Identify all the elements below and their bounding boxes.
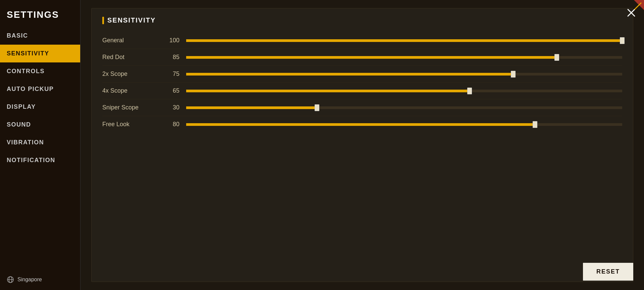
slider-label-sniper_scope: Sniper Scope: [102, 104, 163, 111]
slider-value-scope_2x: 75: [163, 70, 179, 78]
content-panel: SENSITIVITY General100Red Dot852x Scope7…: [91, 8, 633, 282]
sliders-container: General100Red Dot852x Scope754x Scope65S…: [102, 32, 622, 133]
slider-track-general[interactable]: [186, 39, 622, 42]
sidebar-item-controls[interactable]: CONTROLS: [0, 62, 80, 80]
corner-decoration: [614, 0, 644, 30]
sidebar-item-basic[interactable]: BASIC: [0, 27, 80, 45]
reset-button[interactable]: RESET: [583, 263, 633, 281]
slider-track-scope_4x[interactable]: [186, 90, 622, 92]
slider-label-scope_4x: 4x Scope: [102, 87, 163, 94]
section-title-bar: [102, 17, 104, 24]
sidebar-item-display[interactable]: DISPLAY: [0, 98, 80, 116]
sidebar-item-auto_pickup[interactable]: AUTO PICKUP: [0, 80, 80, 98]
slider-row-scope_2x: 2x Scope75: [102, 66, 622, 83]
slider-track-scope_2x[interactable]: [186, 73, 622, 76]
globe-icon: [7, 276, 14, 283]
sidebar-item-sound[interactable]: SOUND: [0, 116, 80, 134]
slider-thumb-scope_4x[interactable]: [467, 88, 472, 94]
sidebar-item-vibration[interactable]: VIBRATION: [0, 134, 80, 151]
slider-thumb-sniper_scope[interactable]: [315, 104, 319, 111]
slider-label-general: General: [102, 37, 163, 44]
slider-row-sniper_scope: Sniper Scope30: [102, 99, 622, 116]
slider-row-red_dot: Red Dot85: [102, 49, 622, 66]
slider-label-red_dot: Red Dot: [102, 54, 163, 61]
slider-track-red_dot[interactable]: [186, 56, 622, 59]
slider-value-scope_4x: 65: [163, 87, 179, 94]
slider-row-free_look: Free Look80: [102, 116, 622, 133]
slider-label-free_look: Free Look: [102, 121, 163, 128]
slider-thumb-general[interactable]: [620, 37, 625, 44]
sidebar-item-sensitivity[interactable]: SENSITIVITY: [0, 45, 80, 62]
sidebar: SETTINGS BASICSENSITIVITYCONTROLSAUTO PI…: [0, 0, 80, 290]
settings-title: SETTINGS: [0, 0, 80, 27]
slider-value-free_look: 80: [163, 121, 179, 128]
slider-thumb-scope_2x[interactable]: [511, 71, 516, 78]
slider-value-general: 100: [163, 37, 179, 44]
section-title: SENSITIVITY: [102, 16, 622, 24]
slider-row-general: General100: [102, 32, 622, 49]
slider-thumb-red_dot[interactable]: [554, 54, 559, 61]
main-content: SENSITIVITY General100Red Dot852x Scope7…: [80, 0, 644, 290]
sidebar-item-notification[interactable]: NOTIFICATION: [0, 151, 80, 169]
slider-track-free_look[interactable]: [186, 123, 622, 126]
region-label: Singapore: [17, 277, 42, 283]
slider-row-scope_4x: 4x Scope65: [102, 83, 622, 99]
slider-track-sniper_scope[interactable]: [186, 106, 622, 109]
slider-value-sniper_scope: 30: [163, 104, 179, 111]
slider-thumb-free_look[interactable]: [533, 121, 537, 128]
region-info: Singapore: [0, 269, 80, 290]
slider-label-scope_2x: 2x Scope: [102, 70, 163, 78]
slider-value-red_dot: 85: [163, 54, 179, 61]
